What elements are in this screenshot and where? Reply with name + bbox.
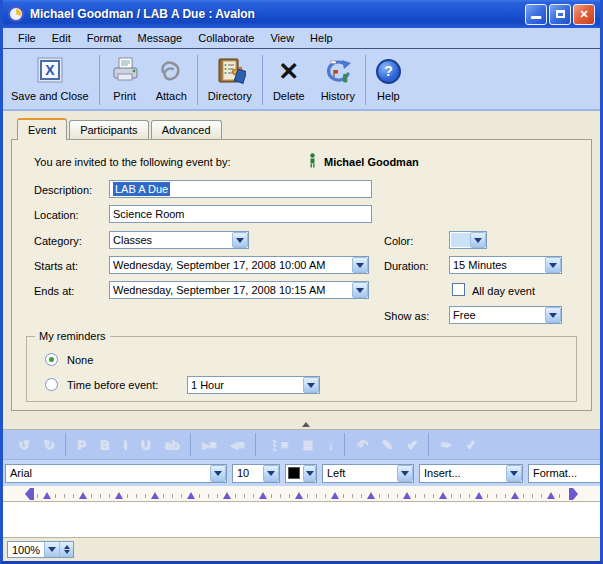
ruler[interactable] (3, 486, 600, 502)
category-value: Classes (113, 234, 152, 246)
color-select[interactable] (449, 231, 487, 249)
duration-label: Duration: (384, 260, 429, 272)
zoom-value: 100% (8, 544, 44, 556)
outdent-icon[interactable]: ◂≡ (223, 437, 251, 452)
menu-file[interactable]: File (10, 29, 44, 47)
signature-icon[interactable]: ✒ (433, 437, 458, 452)
zoom-spinner[interactable] (59, 542, 73, 557)
reminder-time-select[interactable]: 1 Hour (187, 376, 320, 394)
chevron-down-icon[interactable] (470, 232, 486, 248)
format-select[interactable]: Format... (528, 464, 600, 483)
show-as-select[interactable]: Free (449, 306, 562, 324)
bold-icon[interactable]: B (92, 437, 115, 452)
chevron-down-icon[interactable] (44, 542, 59, 557)
category-select[interactable]: Classes (109, 231, 249, 249)
underline-icon[interactable]: U (134, 437, 157, 452)
toolbar-separator (262, 55, 263, 105)
chevron-down-icon[interactable] (303, 465, 316, 482)
description-input[interactable]: LAB A Due (109, 180, 372, 198)
tab-participants[interactable]: Participants (69, 120, 148, 140)
ends-at-label: Ends at: (34, 285, 74, 297)
menu-edit[interactable]: Edit (44, 29, 79, 47)
collapse-arrow-icon[interactable] (302, 422, 310, 427)
print-button[interactable]: Print (102, 53, 148, 109)
formatting-toolbar: ↺ ↻ P B I U ab ▸≡ ◂≡ ⋮≡ ≣ ↓ ↶ ✎ ✔ ✒ ✓ (3, 430, 600, 460)
history-label: History (321, 90, 355, 102)
tab-advanced[interactable]: Advanced (151, 120, 222, 140)
delete-button[interactable]: ✕ Delete (265, 53, 313, 109)
question-icon: ? (376, 55, 401, 87)
attach-label: Attach (156, 90, 187, 102)
align-select[interactable]: Left (322, 464, 414, 483)
font-size-select[interactable]: 10 (232, 464, 280, 483)
undo-icon[interactable]: ↺ (11, 437, 36, 452)
starts-at-select[interactable]: Wednesday, September 17, 2008 10:00 AM (109, 256, 369, 274)
history-button[interactable]: History (313, 53, 363, 109)
toolbar-separator (197, 55, 198, 105)
move-down-icon[interactable]: ↓ (320, 437, 341, 452)
ends-at-select[interactable]: Wednesday, September 17, 2008 10:15 AM (109, 281, 369, 299)
menu-help[interactable]: Help (302, 29, 341, 47)
chevron-down-icon[interactable] (545, 307, 561, 323)
all-day-checkbox[interactable] (452, 283, 465, 296)
help-button[interactable]: ? Help (368, 53, 409, 109)
chevron-down-icon[interactable] (210, 465, 226, 482)
show-as-value: Free (453, 309, 476, 321)
chevron-down-icon[interactable] (506, 465, 522, 482)
chevron-down-icon[interactable] (352, 257, 368, 273)
tab-event[interactable]: Event (17, 118, 67, 140)
chevron-down-icon[interactable] (352, 282, 368, 298)
chevron-down-icon[interactable] (303, 377, 319, 393)
paragraph-spacing-icon[interactable]: ≣ (295, 437, 320, 452)
redo-icon[interactable]: ↻ (36, 437, 61, 452)
titlebar[interactable]: Michael Goodman / LAB A Due : Avalon ▬ ✕ (3, 0, 600, 28)
duration-select[interactable]: 15 Minutes (449, 256, 562, 274)
approve-edit-icon[interactable]: ✔ (399, 437, 424, 452)
address-book-icon (214, 55, 246, 87)
menu-collaborate[interactable]: Collaborate (190, 29, 262, 47)
pencil-icon[interactable]: ✎ (374, 437, 399, 452)
menu-view[interactable]: View (262, 29, 302, 47)
spellcheck-icon[interactable]: ✓ (458, 437, 483, 452)
menu-message[interactable]: Message (130, 29, 191, 47)
attach-button[interactable]: Attach (148, 53, 195, 109)
insert-select[interactable]: Insert... (419, 464, 523, 483)
delete-x-icon: ✕ (278, 55, 299, 87)
chevron-down-icon[interactable] (397, 465, 413, 482)
font-family-select[interactable]: Arial (5, 464, 227, 483)
save-and-close-button[interactable]: X Save and Close (3, 53, 97, 109)
text-color-select[interactable] (285, 464, 317, 483)
organizer-name: Michael Goodman (324, 156, 419, 168)
event-tab-panel: You are invited to the following event b… (11, 139, 592, 411)
location-input[interactable]: Science Room (109, 205, 372, 223)
menu-format[interactable]: Format (79, 29, 130, 47)
maximize-button[interactable] (549, 4, 571, 25)
ruler-tabstops (3, 486, 600, 501)
chevron-down-icon[interactable] (263, 465, 279, 482)
tab-area: Event Participants Advanced You are invi… (3, 111, 600, 419)
line-spacing-icon[interactable]: ⋮≡ (260, 437, 295, 452)
zoom-control[interactable]: 100% (7, 541, 74, 558)
indent-icon[interactable]: ▸≡ (195, 437, 223, 452)
reminder-none-radio[interactable] (45, 353, 58, 366)
reminder-time-radio[interactable] (45, 378, 58, 391)
revert-format-icon[interactable]: ↶ (349, 437, 374, 452)
minimize-button[interactable]: ▬ (525, 4, 547, 25)
plain-text-icon[interactable]: ab (157, 437, 186, 452)
splitter-bar[interactable] (3, 419, 600, 430)
close-button[interactable]: ✕ (573, 4, 595, 25)
chevron-down-icon[interactable] (545, 257, 561, 273)
directory-button[interactable]: Directory (200, 53, 260, 109)
category-label: Category: (34, 235, 82, 247)
menubar: File Edit Format Message Collaborate Vie… (3, 28, 600, 49)
save-close-icon: X (35, 55, 65, 87)
help-label: Help (377, 90, 400, 102)
message-body[interactable] (3, 502, 600, 537)
directory-label: Directory (208, 90, 252, 102)
paragraph-style-icon[interactable]: P (70, 437, 93, 452)
chevron-down-icon[interactable] (232, 232, 248, 248)
italic-icon[interactable]: I (116, 437, 134, 452)
align-value: Left (327, 467, 345, 479)
font-family-value: Arial (10, 467, 32, 479)
svg-text:X: X (45, 62, 55, 78)
